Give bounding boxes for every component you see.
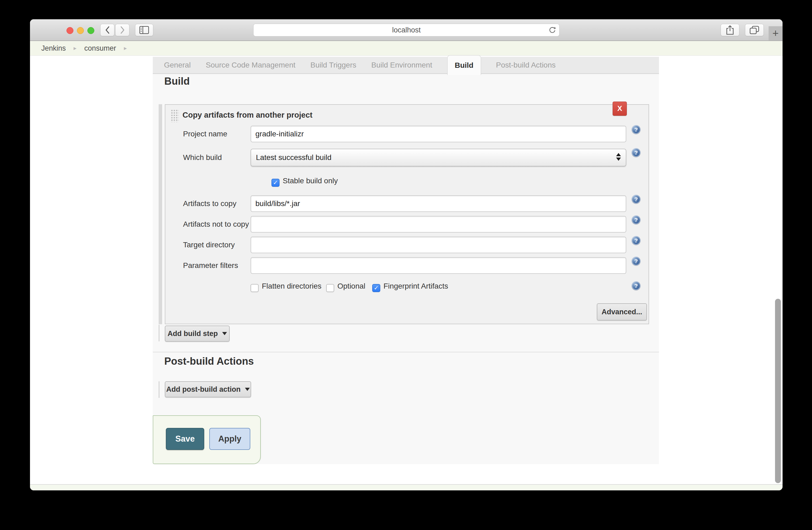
stable-build-only-checkbox[interactable]: ✓ xyxy=(272,179,279,187)
postbuild-heading: Post-build Actions xyxy=(164,356,254,367)
config-tabbar: General Source Code Management Build Tri… xyxy=(153,57,659,74)
help-button-artifacts-to-copy[interactable]: ? xyxy=(632,195,640,204)
fingerprint-artifacts-label: Fingerprint Artifacts xyxy=(383,282,448,291)
select-stepper-icon xyxy=(616,153,621,161)
sidebar-icon xyxy=(139,26,149,34)
check-icon: ✓ xyxy=(273,179,278,186)
page-content: General Source Code Management Build Tri… xyxy=(30,56,783,484)
breadcrumb-item-consumer[interactable]: consumer xyxy=(84,44,116,53)
artifacts-to-copy-label: Artifacts to copy xyxy=(183,200,236,208)
help-button-which-build[interactable]: ? xyxy=(632,148,640,157)
window-footer xyxy=(30,484,783,490)
artifacts-not-to-copy-input[interactable] xyxy=(250,216,626,233)
reload-icon xyxy=(549,27,556,34)
browser-toolbar: localhost + xyxy=(30,19,783,41)
artifacts-not-to-copy-label: Artifacts not to copy xyxy=(183,220,249,229)
address-bar[interactable]: localhost xyxy=(253,24,560,36)
help-button-artifacts-not-to-copy[interactable]: ? xyxy=(632,216,640,224)
stable-build-only-label: Stable build only xyxy=(283,177,338,185)
check-icon: ✓ xyxy=(374,284,379,292)
project-name-input[interactable] xyxy=(250,126,626,142)
drag-handle-icon[interactable] xyxy=(171,109,179,122)
build-step-card: Copy artifacts from another project X Pr… xyxy=(165,104,649,324)
which-build-label: Which build xyxy=(183,153,222,162)
close-button[interactable] xyxy=(67,27,73,34)
project-name-label: Project name xyxy=(183,130,227,138)
check-icon: ✓ xyxy=(328,284,333,292)
caret-down-icon xyxy=(245,388,250,391)
which-build-select[interactable]: Latest successful build xyxy=(250,149,626,166)
chevron-right-icon xyxy=(120,26,125,34)
build-step-title: Copy artifacts from another project xyxy=(183,111,313,119)
delete-build-step-button[interactable]: X xyxy=(613,102,627,116)
forward-button[interactable] xyxy=(115,24,129,36)
tab-build-triggers[interactable]: Build Triggers xyxy=(310,61,356,69)
tab-build[interactable]: Build xyxy=(447,55,481,75)
new-tab-button[interactable]: + xyxy=(769,26,783,41)
share-button[interactable] xyxy=(721,24,739,36)
tabs-overview-button[interactable] xyxy=(745,24,764,36)
caret-down-icon xyxy=(222,332,227,335)
optional-label: Optional xyxy=(337,282,365,291)
help-button-target-directory[interactable]: ? xyxy=(632,236,640,245)
build-config-body: Build Copy artifacts from another projec… xyxy=(153,74,659,464)
parameter-filters-label: Parameter filters xyxy=(183,261,238,270)
help-button-options[interactable]: ? xyxy=(632,281,640,290)
add-postbuild-action-label: Add post-build action xyxy=(166,385,241,394)
help-button-parameter-filters[interactable]: ? xyxy=(632,257,640,266)
back-button[interactable] xyxy=(100,24,114,36)
config-form: General Source Code Management Build Tri… xyxy=(153,57,659,464)
add-build-step-label: Add build step xyxy=(168,329,218,338)
tab-build-environment[interactable]: Build Environment xyxy=(371,61,432,69)
url-text: localhost xyxy=(392,26,421,34)
tabs-icon xyxy=(750,26,759,34)
share-icon xyxy=(726,25,734,35)
scrollbar-thumb[interactable] xyxy=(775,299,781,483)
browser-window: localhost + Jenki xyxy=(30,19,783,490)
flatten-directories-label: Flatten directories xyxy=(262,282,322,291)
tab-post-build-actions[interactable]: Post-build Actions xyxy=(496,61,556,69)
tab-source-code-management[interactable]: Source Code Management xyxy=(206,61,295,69)
section-left-line xyxy=(159,325,159,341)
add-build-step-button[interactable]: Add build step xyxy=(165,326,230,342)
check-icon: ✓ xyxy=(252,284,257,292)
zoom-button[interactable] xyxy=(87,27,94,34)
target-directory-input[interactable] xyxy=(250,237,626,253)
add-postbuild-action-button[interactable]: Add post-build action xyxy=(165,381,251,397)
reload-button[interactable] xyxy=(548,26,556,34)
artifacts-to-copy-input[interactable] xyxy=(250,195,626,212)
advanced-button[interactable]: Advanced... xyxy=(597,303,647,321)
help-button-project-name[interactable]: ? xyxy=(632,125,640,134)
breadcrumb: Jenkins ▸ consumer ▸ xyxy=(30,41,783,56)
tab-general[interactable]: General xyxy=(164,61,191,69)
breadcrumb-item-jenkins[interactable]: Jenkins xyxy=(41,44,66,53)
build-heading: Build xyxy=(164,76,190,87)
save-button[interactable]: Save xyxy=(166,428,204,450)
section-left-line xyxy=(159,381,159,398)
target-directory-label: Target directory xyxy=(183,241,235,249)
chevron-right-icon: ▸ xyxy=(74,45,77,52)
chevron-left-icon xyxy=(105,26,110,34)
apply-button[interactable]: Apply xyxy=(209,428,250,450)
chevron-right-icon: ▸ xyxy=(124,45,127,52)
optional-checkbox[interactable]: ✓ xyxy=(326,284,334,292)
plus-icon: + xyxy=(772,27,779,39)
section-divider xyxy=(153,352,659,352)
parameter-filters-input[interactable] xyxy=(250,257,626,274)
minimize-button[interactable] xyxy=(77,27,84,34)
sidebar-toggle-button[interactable] xyxy=(135,24,153,36)
flatten-directories-checkbox[interactable]: ✓ xyxy=(250,284,259,292)
save-panel: Save Apply xyxy=(153,415,261,464)
which-build-value: Latest successful build xyxy=(256,153,332,162)
fingerprint-artifacts-checkbox[interactable]: ✓ xyxy=(372,284,380,292)
section-left-bar xyxy=(159,104,162,324)
advanced-button-label: Advanced... xyxy=(601,308,642,316)
